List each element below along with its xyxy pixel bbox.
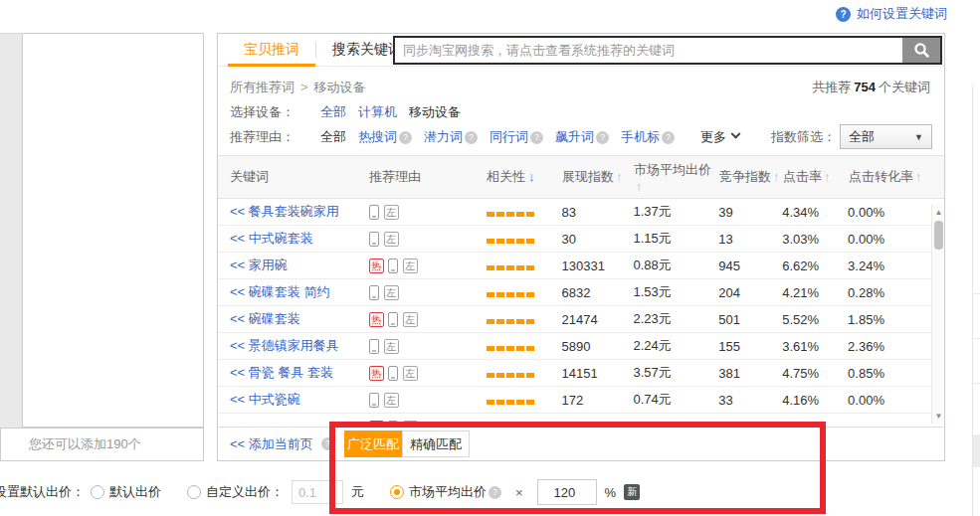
more-filters-button[interactable]: 更多 [700,128,739,146]
device-option-mobile[interactable]: 移动设备 [409,103,461,121]
keyword-link[interactable]: << 中式碗套装 [230,231,313,246]
percent-input[interactable] [537,479,597,505]
table-body: << 餐具套装碗家用左831.37元394.34%0.00%<< 中式碗套装左3… [218,199,944,446]
header-relevance[interactable]: 相关性↓ [487,168,562,186]
add-current-page-prefix: << [230,436,245,451]
sort-icon[interactable]: ↑ [636,179,643,194]
header-competition[interactable]: 竞争指数↑ [719,168,783,186]
keyword-link[interactable]: << 骨瓷 餐具 套装 [230,365,333,380]
avg-price-value: 0.88元 [633,257,718,274]
relevance-bar-segment [506,292,514,297]
keyword-recommendation-panel: 宝贝推词 搜索关键词 所有推荐词 > 移动设备 共推荐754个关键词 选择设备：… [217,33,945,461]
keyword-link[interactable]: << 碗碟套装 简约 [230,284,329,299]
help-icon[interactable]: ? [596,131,609,144]
index-filter-label: 指数筛选： [771,128,836,146]
ctr-value: 3.61% [782,339,848,354]
reason-option-potential-label: 潜力词 [424,129,463,144]
table-row: << 中式碗套装左301.15元133.03%0.00% [218,226,931,253]
match-type-switch: 广泛匹配 精确匹配 [344,430,470,457]
scrollbar-thumb[interactable] [934,221,943,250]
reason-option-rising[interactable]: 飙升词? [555,128,609,146]
tab-item-recommend[interactable]: 宝贝推词 [228,34,315,67]
keyword-link[interactable]: << 餐具套装碗家用 [230,204,339,219]
breadcrumb-current: 移动设备 [314,79,366,96]
cvr-value: 0.00% [848,205,931,220]
impressions-value: 172 [562,393,634,408]
relevance-bar-segment [496,346,504,351]
impressions-value: 6832 [562,285,634,300]
sort-icon[interactable]: ↑ [616,169,623,184]
device-option-pc[interactable]: 计算机 [358,103,397,121]
table-row: << 中式瓷碗左1720.74元334.16%0.00% [218,387,931,414]
scroll-up-icon[interactable]: ▲ [932,208,945,217]
competition-value: 501 [718,312,782,327]
ctr-value: 5.52% [782,312,848,327]
keyword-search-input[interactable] [395,38,902,63]
help-icon[interactable]: ? [530,131,543,144]
default-bid-radio[interactable] [91,485,104,499]
device-filter-label: 选择设备： [230,103,294,121]
relevance-bar-segment [526,239,534,244]
relevance-bars [487,285,562,300]
scroll-down-icon[interactable]: ▼ [932,412,945,421]
right-edge-line [972,383,980,384]
broad-match-button[interactable]: 广泛匹配 [344,430,402,457]
percent-label: % [605,485,617,500]
relevance-bar-segment [526,346,534,351]
reason-option-all[interactable]: 全部 [320,128,346,146]
header-keyword[interactable]: 关键词 [230,168,369,186]
left-badge-icon: 左 [384,285,399,300]
sort-icon[interactable]: ↑ [773,169,780,184]
breadcrumb-parent[interactable]: 所有推荐词 [230,79,294,96]
help-icon[interactable]: ? [399,131,412,144]
add-current-page-button[interactable]: << 添加当前页 [230,435,313,453]
keyword-link[interactable]: << 家用碗 [230,258,288,272]
custom-bid-radio[interactable] [187,485,201,499]
device-option-all[interactable]: 全部 [320,103,346,121]
index-filter-dropdown[interactable]: 全部 ▼ [840,124,932,149]
reason-option-peer[interactable]: 同行词? [490,128,543,146]
table-scrollbar[interactable]: ▲ ▼ [931,205,944,424]
keyword-link[interactable]: << [230,420,245,423]
reason-option-hot[interactable]: 热搜词? [358,128,412,146]
custom-bid-input[interactable] [292,480,343,504]
reason-option-potential[interactable]: 潜力词? [424,128,478,146]
market-avg-radio[interactable] [390,485,404,499]
relevance-bar-segment [526,373,534,378]
help-icon[interactable]: ? [321,437,334,450]
help-icon[interactable]: ? [489,486,501,499]
sort-icon[interactable]: ↑ [915,169,922,184]
header-impressions[interactable]: 展现指数↑ [562,168,634,186]
relevance-bar-segment [487,400,494,405]
header-reason[interactable]: 推荐理由 [369,168,487,186]
reason-option-mobile-tag-label: 手机标 [621,129,660,144]
reason-option-rising-label: 飙升词 [555,129,594,144]
sort-descending-icon[interactable]: ↓ [528,169,535,184]
ctr-value: 4.75% [782,366,848,381]
ctr-value: 6.62% [782,258,848,273]
keyword-link[interactable]: << 中式瓷碗 [230,392,300,407]
exact-match-button[interactable]: 精确匹配 [402,430,470,457]
market-avg-label: 市场平均出价 [409,483,487,501]
relevance-bar-segment [506,212,514,217]
header-avg-price[interactable]: 市场平均出价↑ [634,161,719,194]
header-relevance-label: 相关性 [487,169,525,184]
avg-price-value: 1.15元 [633,230,718,248]
table-row: << 餐具套装碗家用左831.37元394.34%0.00% [218,199,931,226]
keyword-link[interactable]: << 碗碟套装 [230,311,300,326]
sort-icon[interactable]: ↑ [824,169,831,184]
keyword-link[interactable]: << 景德镇家用餐具 [230,338,339,353]
reason-option-mobile-tag[interactable]: 手机标? [621,128,675,146]
avg-price-value: 2.23元 [633,310,718,328]
help-icon[interactable]: ? [465,131,478,144]
help-link[interactable]: ? 如何设置关键词 [836,5,947,23]
left-badge-icon: 左 [403,258,418,273]
search-button[interactable] [902,38,940,63]
help-icon[interactable]: ? [662,131,675,144]
left-badge-icon: 左 [384,205,399,220]
header-ctr[interactable]: 点击率↑ [783,168,849,186]
recommend-count-value: 754 [854,80,876,94]
reason-cell: 热左 [369,258,487,273]
header-cvr[interactable]: 点击转化率↑ [849,168,932,186]
table-row: << 热左 [218,414,931,423]
